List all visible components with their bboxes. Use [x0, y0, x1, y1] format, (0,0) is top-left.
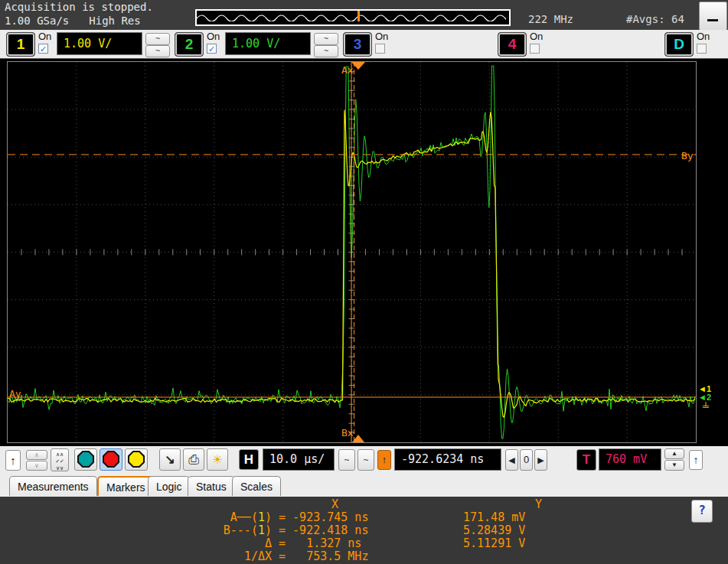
touch-screen-button[interactable]: ↘ [159, 448, 181, 471]
waveform-area: Ax Bx Ay By ◄1 ◄2 ╧ [0, 59, 728, 446]
ground-symbol-icon: ╧ [703, 403, 709, 410]
channel-2-scale-knob-button[interactable]: ~ [314, 33, 338, 45]
marker-a-y-value: 171.48 mV [463, 511, 662, 524]
channel-1-button[interactable]: 1 [6, 32, 35, 57]
channel-2-button[interactable]: 2 [175, 32, 204, 57]
marker-ay-label[interactable]: Ay [9, 388, 21, 399]
minimize-icon [707, 19, 718, 21]
delta-row: Δ = 1.327 ns 5.11291 V [172, 537, 662, 550]
horizontal-position-display[interactable]: -922.6234 ns [394, 448, 501, 471]
intensity-button[interactable]: ☀ [207, 448, 228, 471]
horizontal-menu-button[interactable]: H [239, 449, 259, 470]
scroll-up-left-button[interactable]: ↑ [5, 450, 21, 471]
single-icon [128, 451, 145, 468]
channel-1-ground-marker[interactable]: ◄1 [698, 385, 711, 393]
marker-a-x-value: = -923.745 ns [272, 511, 463, 524]
channel-2-on-label: On [207, 31, 220, 42]
nudge-up-button[interactable]: ∧ [26, 450, 47, 460]
timebase-knob-button[interactable]: ~ [338, 449, 355, 471]
timebase-display[interactable]: 10.0 µs/ [263, 448, 335, 471]
channel-2-offset-knob-button[interactable]: ~ [314, 45, 338, 57]
marker-b-x-value: = -922.418 ns [272, 524, 463, 537]
x-column-header: X [272, 498, 523, 511]
trigger-position-button[interactable]: ↑ [377, 450, 391, 470]
delta-y-value: 5.11291 V [463, 537, 662, 550]
channel-4-button[interactable]: 4 [498, 32, 527, 57]
inverse-delta-row: 1/ΔX = 753.5 MHz [172, 550, 662, 563]
delta-x-value: = 1.327 ns [272, 537, 463, 550]
print-button[interactable]: ⎙ [183, 448, 204, 471]
stop-icon [103, 451, 119, 468]
run-button[interactable] [74, 448, 97, 471]
expand-all-button[interactable]: ∧∧✓✓∨∨ [51, 448, 69, 471]
channel-2-on-group: On ✓ [207, 31, 220, 54]
channel-bar: 1 On ✓ 1.00 V/ ~ ~ 2 On ✓ 1.00 V/ ~ ~ 3 … [0, 30, 728, 59]
scroll-up-right-button[interactable]: ↑ [689, 450, 703, 470]
channel-3-button[interactable]: 3 [343, 32, 372, 57]
tab-bar: Measurements Markers Logic Status Scales [0, 475, 728, 497]
channel-1-scale-display[interactable]: 1.00 V/ [57, 32, 142, 55]
channel-4-on-label: On [530, 31, 543, 42]
pan-left-button[interactable]: ◀ [505, 449, 518, 471]
marker-by-label[interactable]: By [681, 150, 694, 161]
channel-1-checkbox[interactable]: ✓ [38, 44, 48, 54]
run-icon [77, 451, 94, 468]
channel-d-on-group: On [697, 31, 710, 54]
trigger-menu-button[interactable]: T [576, 449, 596, 471]
channel-4-on-group: On [530, 31, 543, 54]
tab-logic[interactable]: Logic [148, 476, 190, 496]
channel-1-scale-knob-button[interactable]: ~ [145, 33, 170, 45]
marker-b-row: B---(1) = -922.418 ns 5.28439 V [172, 524, 662, 537]
trigger-level-down-button[interactable]: ▼ [664, 460, 684, 471]
channel-1-offset-knob-button[interactable]: ~ [145, 45, 170, 57]
pan-right-button[interactable]: ▶ [534, 449, 547, 471]
marker-bx-label[interactable]: Bx [341, 427, 354, 438]
sample-rate: 1.00 GSa/s [5, 15, 69, 27]
channel-d-on-label: On [697, 31, 710, 42]
channel-2-checkbox[interactable]: ✓ [207, 44, 217, 54]
sun-icon: ☀ [212, 453, 223, 466]
channel-d-button[interactable]: D [664, 32, 694, 57]
trigger-level-display[interactable]: 760 mV [599, 448, 661, 471]
single-button[interactable] [125, 448, 148, 471]
channel-2-ground-marker[interactable]: ◄2 [698, 393, 711, 401]
acquisition-status: Acquisition is stopped. [5, 1, 153, 13]
tab-scales[interactable]: Scales [232, 476, 281, 496]
channel-3-on-label: On [375, 31, 388, 42]
position-knob-button[interactable]: ~ [357, 449, 374, 471]
marker-b-y-value: 5.28439 V [463, 524, 662, 537]
results-header-row: X Y [172, 498, 728, 511]
bandwidth-readout: 222 MHz [528, 13, 573, 25]
tab-markers[interactable]: Markers [97, 476, 155, 496]
bottom-toolbar: ↑ ∧ ∨ ∧∧✓✓∨∨ ↘ ⎙ ☀ H 10.0 µs/ ~ ~ ↑ -922… [0, 446, 728, 475]
averages-readout: #Avgs: 64 [626, 13, 684, 25]
acquisition-mode: High Res [89, 15, 140, 27]
channel-d-checkbox[interactable] [697, 44, 707, 54]
tab-measurements[interactable]: Measurements [9, 476, 97, 496]
inverse-delta-value: = 753.5 MHz [272, 550, 463, 563]
sample-rate-readout: 1.00 GSa/sHigh Res [5, 15, 141, 27]
waveform-grid[interactable]: Ax Bx Ay By [7, 61, 697, 443]
channel-2-scale-display[interactable]: 1.00 V/ [225, 32, 311, 55]
tab-status[interactable]: Status [188, 476, 235, 496]
nudge-down-button[interactable]: ∨ [26, 461, 47, 471]
stop-button[interactable] [100, 448, 122, 471]
waveform-preview-bar[interactable] [195, 9, 511, 26]
marker-results-panel: X Y A──(1) = -923.745 ns 171.48 mV B---(… [0, 497, 728, 564]
zero-position-button[interactable]: 0 [520, 449, 533, 471]
channel-4-checkbox[interactable] [530, 44, 540, 54]
channel-3-on-group: On [375, 31, 388, 54]
touch-icon: ↘ [165, 453, 175, 466]
channel-1-on-label: On [38, 31, 51, 42]
status-bar: Acquisition is stopped. 1.00 GSa/sHigh R… [0, 0, 728, 30]
printer-icon: ⎙ [188, 452, 199, 467]
help-button[interactable]: ? [691, 500, 713, 523]
channel-3-checkbox[interactable] [375, 44, 385, 54]
minimize-button[interactable] [699, 2, 727, 31]
channel-1-on-group: On ✓ [38, 31, 51, 54]
trigger-level-up-button[interactable]: ▲ [664, 448, 684, 459]
marker-ax-label[interactable]: Ax [341, 64, 354, 76]
marker-a-row: A──(1) = -923.745 ns 171.48 mV [172, 511, 662, 524]
